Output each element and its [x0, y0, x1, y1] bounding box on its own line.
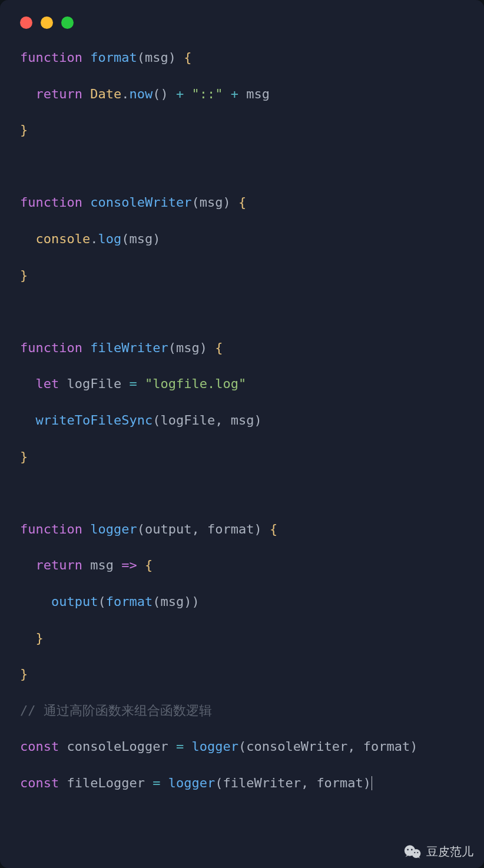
- maximize-icon[interactable]: [61, 16, 74, 29]
- code-line[interactable]: }: [20, 267, 464, 285]
- code-token: format: [316, 776, 363, 790]
- code-line[interactable]: const consoleLogger = logger(consoleWrit…: [20, 738, 464, 756]
- code-line[interactable]: [20, 284, 464, 303]
- code-token: const: [20, 739, 59, 754]
- code-line[interactable]: [20, 720, 464, 738]
- code-line[interactable]: function fileWriter(msg) {: [20, 339, 464, 357]
- code-line[interactable]: [20, 575, 464, 593]
- code-line[interactable]: return Date.now() + "::" + msg: [20, 85, 464, 104]
- code-token: msg: [129, 231, 153, 246]
- code-window: function format(msg) { return Date.now()…: [0, 0, 484, 868]
- code-token: [160, 776, 168, 790]
- code-line[interactable]: [20, 393, 464, 412]
- code-token: }: [20, 449, 28, 464]
- svg-point-5: [417, 852, 418, 853]
- code-line[interactable]: [20, 647, 464, 665]
- code-token: ): [254, 413, 261, 428]
- code-token: (: [215, 776, 223, 790]
- code-token: function: [20, 340, 82, 355]
- svg-point-2: [407, 849, 409, 850]
- code-token: }: [20, 667, 28, 681]
- code-token: [168, 739, 176, 754]
- code-line[interactable]: function consoleWriter(msg) {: [20, 194, 464, 212]
- code-token: msg: [145, 50, 168, 65]
- code-token: (: [137, 522, 145, 536]
- code-token: (: [191, 195, 199, 210]
- code-token: ,: [301, 776, 317, 790]
- window-titlebar: [0, 0, 484, 35]
- code-line[interactable]: [20, 539, 464, 557]
- code-line[interactable]: [20, 140, 464, 158]
- code-line[interactable]: [20, 249, 464, 267]
- code-token: "logfile.log": [145, 376, 246, 391]
- code-line[interactable]: [20, 321, 464, 339]
- code-line[interactable]: console.log(msg): [20, 230, 464, 249]
- code-token: fileWriter: [223, 776, 300, 790]
- code-line[interactable]: let logFile = "logfile.log": [20, 375, 464, 393]
- code-token: output: [51, 594, 98, 609]
- code-line[interactable]: const fileLogger = logger(fileWriter, fo…: [20, 774, 464, 793]
- code-line[interactable]: [20, 484, 464, 502]
- wechat-icon: [404, 844, 422, 860]
- close-icon[interactable]: [20, 16, 32, 29]
- code-line[interactable]: }: [20, 448, 464, 466]
- svg-point-4: [414, 852, 415, 853]
- code-line[interactable]: [20, 176, 464, 194]
- code-line[interactable]: [20, 67, 464, 85]
- code-line[interactable]: function format(msg) {: [20, 49, 464, 67]
- code-token: ,: [191, 522, 207, 536]
- code-editor[interactable]: function format(msg) { return Date.now()…: [0, 35, 484, 793]
- code-token: writeToFileSync: [36, 413, 153, 428]
- code-line[interactable]: [20, 212, 464, 230]
- watermark-label: 豆皮范儿: [426, 844, 473, 860]
- code-token: }: [20, 122, 28, 137]
- code-token: [82, 87, 90, 101]
- code-token: (: [153, 594, 160, 609]
- code-token: =: [153, 776, 160, 790]
- code-line[interactable]: [20, 611, 464, 630]
- code-line[interactable]: [20, 103, 464, 121]
- code-line[interactable]: [20, 303, 464, 321]
- code-line[interactable]: writeToFileSync(logFile, msg): [20, 412, 464, 430]
- code-line[interactable]: [20, 684, 464, 702]
- code-line[interactable]: [20, 158, 464, 176]
- code-line[interactable]: [20, 756, 464, 774]
- code-token: ): [363, 776, 371, 790]
- code-token: msg: [176, 340, 200, 355]
- code-line[interactable]: output(format(msg)): [20, 593, 464, 611]
- code-token: [121, 376, 129, 391]
- code-token: [20, 376, 36, 391]
- code-token: fileWriter: [90, 340, 168, 355]
- code-line[interactable]: [20, 466, 464, 484]
- code-token: "::": [191, 87, 223, 101]
- minimize-icon[interactable]: [41, 16, 53, 29]
- code-token: msg: [160, 594, 184, 609]
- code-token: ): [200, 340, 216, 355]
- code-token: msg: [231, 413, 254, 428]
- code-token: msg: [90, 558, 114, 572]
- code-token: format: [207, 522, 254, 536]
- code-token: [20, 631, 36, 645]
- code-line[interactable]: function logger(output, format) {: [20, 521, 464, 539]
- code-token: msg: [246, 87, 270, 101]
- code-token: {: [270, 522, 277, 536]
- code-line[interactable]: // 通过高阶函数来组合函数逻辑: [20, 702, 464, 720]
- code-token: logger: [191, 739, 238, 754]
- code-token: format: [363, 739, 410, 754]
- code-token: // 通过高阶函数来组合函数逻辑: [20, 703, 212, 718]
- code-token: console: [36, 231, 91, 246]
- code-token: [145, 776, 153, 790]
- code-token: output: [145, 522, 191, 536]
- code-line[interactable]: }: [20, 630, 464, 648]
- watermark: 豆皮范儿: [404, 844, 473, 860]
- code-line[interactable]: [20, 357, 464, 376]
- code-line[interactable]: }: [20, 121, 464, 140]
- code-line[interactable]: }: [20, 665, 464, 684]
- code-line[interactable]: return msg => {: [20, 556, 464, 575]
- code-token: .: [90, 231, 98, 246]
- code-token: return: [36, 87, 82, 101]
- code-token: consoleLogger: [67, 739, 168, 754]
- code-line[interactable]: [20, 430, 464, 448]
- code-line[interactable]: [20, 502, 464, 521]
- code-token: consoleWriter: [246, 739, 347, 754]
